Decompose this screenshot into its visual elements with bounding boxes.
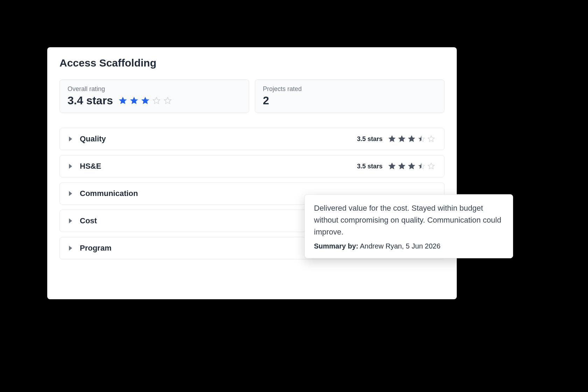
category-stars bbox=[388, 162, 435, 170]
summary-row: Overall rating 3.4 stars Projects rated … bbox=[59, 79, 444, 113]
category-name: Cost bbox=[80, 216, 97, 225]
summary-tooltip: Delivered value for the cost. Stayed wit… bbox=[304, 194, 513, 258]
category-right: 3.5 stars bbox=[357, 162, 435, 170]
category-row[interactable]: HS&E3.5 stars bbox=[59, 155, 444, 177]
star-icon bbox=[388, 135, 396, 143]
star-icon bbox=[398, 135, 406, 143]
category-name: Program bbox=[80, 244, 111, 253]
star-icon bbox=[427, 135, 435, 143]
overall-rating-value: 3.4 stars bbox=[68, 94, 113, 107]
chevron-right-icon bbox=[69, 164, 72, 169]
star-icon bbox=[427, 162, 435, 170]
star-icon bbox=[398, 162, 406, 170]
category-name: Communication bbox=[80, 189, 138, 198]
category-score: 3.5 stars bbox=[357, 135, 383, 143]
rating-card: Access Scaffolding Overall rating 3.4 st… bbox=[47, 47, 457, 299]
category-name: Quality bbox=[80, 134, 106, 144]
category-left: Cost bbox=[69, 216, 97, 225]
star-icon bbox=[130, 97, 138, 105]
category-left: Program bbox=[69, 244, 111, 253]
overall-rating-label: Overall rating bbox=[68, 85, 241, 93]
chevron-right-icon bbox=[69, 246, 72, 251]
projects-rated-value: 2 bbox=[263, 94, 436, 107]
category-stars bbox=[388, 135, 435, 143]
page-title: Access Scaffolding bbox=[59, 57, 444, 69]
projects-rated-box: Projects rated 2 bbox=[255, 79, 444, 113]
chevron-right-icon bbox=[69, 136, 72, 141]
category-left: Quality bbox=[69, 134, 106, 144]
star-icon bbox=[119, 97, 127, 105]
tooltip-meta-label: Summary by: bbox=[314, 242, 358, 250]
category-row[interactable]: Quality3.5 stars bbox=[59, 128, 444, 150]
star-icon bbox=[418, 135, 425, 143]
tooltip-meta: Summary by: Andrew Ryan, 5 Jun 2026 bbox=[314, 242, 504, 250]
star-icon bbox=[152, 97, 161, 105]
category-left: Communication bbox=[69, 189, 138, 198]
chevron-right-icon bbox=[69, 218, 72, 223]
category-score: 3.5 stars bbox=[357, 163, 383, 170]
projects-rated-label: Projects rated bbox=[263, 85, 436, 93]
star-icon bbox=[408, 162, 415, 170]
star-icon bbox=[141, 97, 149, 105]
tooltip-meta-value: Andrew Ryan, 5 Jun 2026 bbox=[358, 242, 441, 250]
category-name: HS&E bbox=[80, 162, 101, 171]
star-icon bbox=[163, 97, 172, 105]
overall-rating-stars bbox=[119, 97, 172, 105]
category-right: 3.5 stars bbox=[357, 135, 435, 143]
tooltip-text: Delivered value for the cost. Stayed wit… bbox=[314, 202, 504, 238]
category-left: HS&E bbox=[69, 162, 101, 171]
star-icon bbox=[388, 162, 396, 170]
star-icon bbox=[418, 162, 425, 170]
chevron-right-icon bbox=[69, 191, 72, 196]
star-icon bbox=[408, 135, 415, 143]
overall-rating-box: Overall rating 3.4 stars bbox=[59, 79, 249, 113]
